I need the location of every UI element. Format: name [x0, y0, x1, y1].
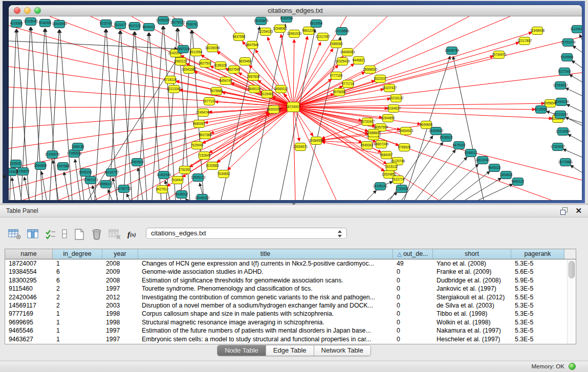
vertical-scrollbar[interactable]: [567, 260, 575, 344]
network-node[interactable]: 9680087: [193, 120, 206, 128]
table-row[interactable]: 946362711997Embryonic stem cells: a mode…: [5, 335, 576, 343]
table-row[interactable]: 946554611997Estimation of the future num…: [5, 326, 576, 335]
network-node[interactable]: 17957223: [83, 177, 98, 184]
network-node[interactable]: 22494747: [196, 109, 211, 117]
network-node[interactable]: 9756928: [398, 144, 411, 151]
network-node[interactable]: 16107427: [382, 84, 397, 92]
network-node[interactable]: 18300295: [267, 106, 281, 114]
network-node[interactable]: 9397588: [57, 163, 70, 170]
network-node[interactable]: 7634447: [171, 177, 184, 184]
network-node[interactable]: 2522774: [392, 176, 405, 184]
network-node[interactable]: 8215958: [535, 106, 548, 114]
network-node[interactable]: 1521477: [114, 21, 127, 29]
network-node[interactable]: 9245032: [176, 191, 188, 199]
network-node[interactable]: 5905193: [79, 169, 92, 177]
network-node[interactable]: 16033809: [254, 17, 269, 25]
network-node[interactable]: 7625446: [191, 142, 204, 149]
new-document-icon[interactable]: [74, 228, 85, 240]
network-node[interactable]: 18724007: [286, 102, 301, 112]
network-node[interactable]: 2060503: [131, 159, 144, 166]
network-node[interactable]: 9329966: [561, 54, 574, 61]
table-row[interactable]: 969969511998Structural magnetic resonanc…: [5, 318, 576, 326]
network-node[interactable]: 9847546: [246, 41, 259, 49]
network-node[interactable]: 1615132: [385, 163, 398, 171]
network-node[interactable]: 14569117: [274, 85, 288, 93]
network-node[interactable]: 1804633: [500, 171, 513, 179]
network-node[interactable]: 8813054: [310, 20, 323, 28]
table-row[interactable]: 1938455462009Genome-wide association stu…: [5, 268, 576, 276]
network-canvas[interactable]: 1872400718226058891295489601231654338298…: [9, 16, 582, 200]
network-node[interactable]: 18409542: [429, 127, 444, 135]
network-node[interactable]: 9227343: [558, 68, 571, 76]
network-node[interactable]: 15751074: [561, 39, 576, 47]
network-node[interactable]: 12093832: [553, 82, 568, 90]
network-node[interactable]: 20206576: [45, 151, 60, 159]
network-node[interactable]: 9537222: [128, 23, 141, 30]
network-node[interactable]: 19654923: [399, 127, 413, 135]
network-node[interactable]: 19384554: [309, 137, 324, 145]
float-panel-icon[interactable]: [560, 207, 568, 214]
network-node[interactable]: 12217057: [316, 33, 331, 41]
network-node[interactable]: 12444154: [554, 98, 569, 106]
network-node[interactable]: 8322037: [374, 75, 387, 83]
network-node[interactable]: 19734973: [492, 51, 507, 59]
column-header-year[interactable]: year: [102, 249, 138, 259]
network-node[interactable]: 14196141: [373, 183, 388, 190]
network-graph[interactable]: 1872400718226058891295489601231654338298…: [9, 16, 582, 200]
network-node[interactable]: 8912954: [190, 49, 203, 56]
tab-edge-table[interactable]: Edge Table: [266, 345, 314, 356]
network-node[interactable]: 2677137: [203, 98, 216, 105]
network-node[interactable]: 9861226: [302, 27, 315, 35]
select-rows-icon[interactable]: [45, 229, 56, 240]
network-node[interactable]: 16770881: [558, 159, 573, 166]
table-row[interactable]: 1830029562008Estimation of significance …: [5, 276, 576, 285]
network-node[interactable]: 1888138: [72, 143, 84, 151]
network-node[interactable]: 18807249: [374, 141, 389, 148]
network-node[interactable]: 6479193: [453, 142, 466, 149]
network-node[interactable]: 16511941: [475, 157, 490, 164]
network-node[interactable]: 8644423: [143, 24, 156, 31]
memory-status-indicator[interactable]: [569, 363, 576, 370]
network-node[interactable]: 9450122: [512, 178, 525, 186]
collapse-handle-icon[interactable]: [3, 174, 6, 179]
network-node[interactable]: 16961910: [287, 30, 302, 38]
network-node[interactable]: 9825460: [239, 58, 252, 65]
network-node[interactable]: 7634652: [217, 170, 230, 178]
network-node[interactable]: 15105041: [24, 18, 38, 26]
narrow-table-icon[interactable]: [62, 229, 68, 240]
network-node[interactable]: 8938923: [440, 134, 453, 142]
network-node[interactable]: 13142757: [104, 169, 119, 177]
scrollbar-thumb[interactable]: [569, 261, 575, 278]
network-node[interactable]: 18403954: [52, 20, 67, 28]
network-node[interactable]: 1733426: [396, 185, 408, 193]
network-node[interactable]: 1505051: [10, 160, 23, 168]
network-node[interactable]: 15276022: [170, 19, 185, 27]
network-node[interactable]: 12217897: [517, 37, 532, 45]
column-header-in_degree[interactable]: in_degree: [53, 249, 102, 259]
network-node[interactable]: 9675685: [210, 87, 223, 95]
network-node[interactable]: 18226058: [205, 45, 220, 52]
network-node[interactable]: 9215760: [100, 20, 113, 28]
table-settings-icon[interactable]: [8, 229, 21, 240]
network-node[interactable]: 9777169: [330, 72, 343, 80]
network-node[interactable]: 9446821: [353, 57, 365, 64]
network-node[interactable]: 2560650: [34, 162, 47, 170]
column-header-name[interactable]: name: [5, 249, 53, 259]
network-node[interactable]: 8960123: [175, 58, 187, 65]
network-node[interactable]: 9684067: [380, 151, 393, 159]
network-node[interactable]: 9245012: [465, 149, 477, 157]
tab-node-table[interactable]: Node Table: [217, 345, 266, 356]
network-node[interactable]: 17304067: [551, 143, 565, 151]
table-selector-dropdown[interactable]: citations_edges.txt: [146, 228, 347, 239]
network-node[interactable]: 16164627: [386, 105, 401, 113]
network-node[interactable]: 9827502: [199, 60, 212, 68]
network-node[interactable]: 2718126: [164, 76, 177, 84]
network-node[interactable]: 12213343: [167, 85, 182, 93]
network-node[interactable]: 16543382: [182, 66, 197, 74]
network-node[interactable]: 13534571: [293, 143, 308, 151]
column-header-pagerank[interactable]: pagerank: [511, 249, 564, 259]
column-header-short[interactable]: short: [433, 249, 511, 259]
network-node[interactable]: 15720407: [360, 118, 375, 126]
network-node[interactable]: 9771716: [342, 80, 355, 88]
network-node[interactable]: 14325419: [335, 58, 350, 65]
